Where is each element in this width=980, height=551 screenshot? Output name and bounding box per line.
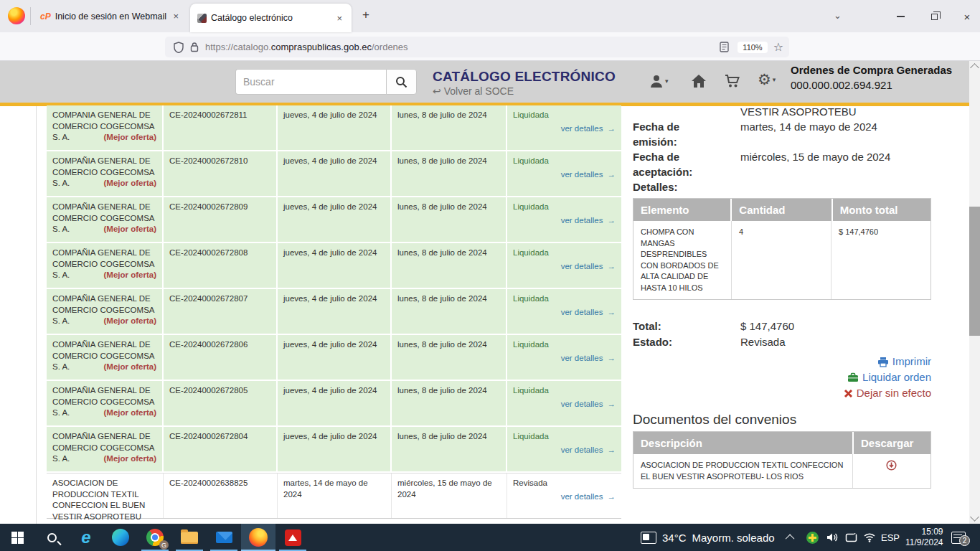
- firefox-logo-icon[interactable]: [8, 7, 25, 24]
- chrome-icon[interactable]: G: [138, 524, 172, 551]
- taskbar-search-button[interactable]: [34, 524, 69, 551]
- status-cell: Liquidada ver detalles→: [507, 243, 621, 288]
- status-text: Liquidada: [513, 293, 616, 305]
- ver-detalles-link[interactable]: ver detalles→: [561, 491, 616, 503]
- accept-date-cell: miércoles, 15 de mayo de 2024: [392, 474, 507, 518]
- ver-detalles-link[interactable]: ver detalles→: [561, 353, 616, 364]
- site-favicon: [197, 14, 207, 23]
- download-icon[interactable]: [886, 460, 897, 471]
- start-button[interactable]: [0, 524, 34, 551]
- status-cell: Revisada ver detalles→: [507, 474, 621, 518]
- close-tab-icon[interactable]: ×: [171, 11, 181, 22]
- cpanel-icon: cP: [40, 11, 51, 22]
- orders-table: COMPANIA GENERAL DE COMERCIO COGECOMSA S…: [47, 105, 621, 519]
- close-tab-icon[interactable]: ×: [334, 13, 344, 24]
- best-offer-label: (Mejor oferta): [104, 316, 156, 327]
- vertical-scrollbar[interactable]: [969, 61, 980, 524]
- table-row: COMPAÑIA GENERAL DE COMERCIO COGECOMSA S…: [47, 151, 621, 197]
- tab-catalogo[interactable]: Catálogo electrónico ×: [190, 4, 352, 32]
- arrow-icon: →: [608, 262, 616, 270]
- x-icon: [844, 389, 853, 398]
- arrow-icon: →: [608, 308, 616, 316]
- display-connect-icon[interactable]: [845, 524, 857, 551]
- tab-list-chevron-icon[interactable]: ⌄: [834, 10, 842, 21]
- ver-detalles-link[interactable]: ver detalles→: [561, 307, 616, 319]
- order-code-cell: CE-20240002672805: [164, 381, 278, 425]
- url-bar[interactable]: https://catalogo.compraspublicas.gob.ec/…: [165, 37, 789, 57]
- language-indicator[interactable]: ESP: [881, 524, 900, 551]
- document-name-cell: ASOCIACION DE PRODUCCION TEXTIL CONFECCI…: [633, 454, 852, 488]
- weather-widget[interactable]: 34°C Mayorm. soleado: [641, 524, 775, 551]
- column-header: Descripción: [633, 432, 852, 454]
- order-code-cell: CE-20240002672809: [164, 197, 278, 242]
- bookmark-star-icon[interactable]: ☆: [773, 40, 783, 54]
- new-tab-button[interactable]: +: [362, 8, 369, 22]
- status-text: Revisada: [513, 478, 616, 489]
- mail-icon[interactable]: [207, 524, 241, 551]
- acrobat-icon[interactable]: [275, 524, 310, 551]
- file-explorer-icon[interactable]: [172, 524, 207, 551]
- order-code-cell: CE-20240002672804: [164, 427, 278, 471]
- tab-webmail[interactable]: cP Inicio de sesión en Webmail ×: [34, 4, 187, 28]
- gear-icon[interactable]: ⚙▾: [758, 71, 776, 88]
- shield-icon[interactable]: [171, 39, 187, 55]
- scroll-up-arrow[interactable]: [970, 63, 979, 72]
- order-detail-panel: VESTIR ASOPROTEBU Fecha de emisión: mart…: [633, 104, 931, 489]
- firefox-taskbar-icon[interactable]: [241, 524, 275, 551]
- ver-detalles-link[interactable]: ver detalles→: [561, 123, 616, 135]
- accept-date-cell: lunes, 8 de julio de 2024: [392, 197, 507, 242]
- home-icon[interactable]: [691, 74, 707, 88]
- table-row: COMPAÑIA GENERAL DE COMERCIO COGECOMSA S…: [47, 243, 621, 289]
- accept-date-cell: lunes, 8 de julio de 2024: [392, 335, 507, 380]
- notification-center-icon[interactable]: 2: [951, 524, 966, 551]
- minimize-button[interactable]: [890, 10, 911, 23]
- ver-detalles-link[interactable]: ver detalles→: [561, 261, 616, 273]
- time: 15:09: [905, 527, 943, 537]
- ver-detalles-link[interactable]: ver detalles→: [561, 215, 616, 227]
- close-window-button[interactable]: ×: [956, 10, 978, 23]
- user-menu-icon[interactable]: ▾: [649, 74, 669, 88]
- best-offer-label: (Mejor oferta): [104, 270, 156, 281]
- accept-date-cell: lunes, 8 de julio de 2024: [392, 151, 507, 196]
- restore-button[interactable]: [923, 10, 945, 23]
- table-row: COMPAÑIA GENERAL DE COMERCIO COGECOMSA S…: [47, 197, 621, 243]
- dejar-sin-efecto-link[interactable]: Dejar sin efecto: [633, 385, 931, 401]
- details-label: Detalles:: [633, 179, 740, 194]
- status-text: Liquidada: [513, 156, 616, 167]
- internet-explorer-icon[interactable]: e: [69, 524, 103, 551]
- cart-icon[interactable]: [725, 74, 740, 88]
- printer-icon: [877, 357, 889, 367]
- scrollbar-thumb[interactable]: [969, 207, 980, 336]
- imprimir-link[interactable]: Imprimir: [633, 354, 931, 369]
- url-text: https://catalogo.compraspublicas.gob.ec/…: [205, 42, 408, 52]
- windows-taskbar: e G 34°C Mayorm. soleado: [0, 524, 980, 551]
- best-offer-label: (Mejor oferta): [104, 178, 156, 189]
- order-code-cell: CE-20240002638825: [164, 474, 278, 518]
- antivirus-tray-icon[interactable]: [806, 524, 819, 551]
- edge-icon[interactable]: [103, 524, 138, 551]
- reader-mode-icon[interactable]: [716, 39, 732, 55]
- table-row: COMPAÑIA GENERAL DE COMERCIO COGECOMSA S…: [47, 335, 621, 381]
- ver-detalles-link[interactable]: ver detalles→: [561, 399, 616, 410]
- best-offer-label: (Mejor oferta): [104, 453, 156, 465]
- ver-detalles-link[interactable]: ver detalles→: [561, 169, 616, 181]
- search-input[interactable]: [235, 69, 386, 95]
- liquidar-orden-link[interactable]: Liquidar orden: [633, 369, 931, 385]
- return-icon: ↩: [433, 85, 441, 97]
- site-title: CATÁLOGO ELECTRÓNICO: [433, 69, 616, 85]
- tray-expand-chevron[interactable]: [788, 524, 794, 551]
- accept-date-cell: lunes, 8 de julio de 2024: [392, 381, 507, 425]
- lock-icon[interactable]: [187, 39, 202, 55]
- search-button[interactable]: [386, 69, 417, 95]
- clock[interactable]: 15:09 11/9/2024: [905, 524, 943, 551]
- estado-label: Estado:: [633, 334, 740, 350]
- volume-icon[interactable]: [826, 524, 839, 551]
- zoom-level-indicator[interactable]: 110%: [738, 42, 767, 53]
- scroll-down-arrow[interactable]: [970, 512, 979, 522]
- status-cell: Liquidada ver detalles→: [507, 197, 621, 242]
- ver-detalles-link[interactable]: ver detalles→: [561, 445, 616, 456]
- volver-soce-link[interactable]: ↩ Volver al SOCE: [433, 85, 514, 97]
- order-code-cell: CE-20240002672806: [164, 335, 278, 380]
- profile-badge: G: [159, 540, 169, 550]
- wifi-icon[interactable]: [863, 524, 876, 551]
